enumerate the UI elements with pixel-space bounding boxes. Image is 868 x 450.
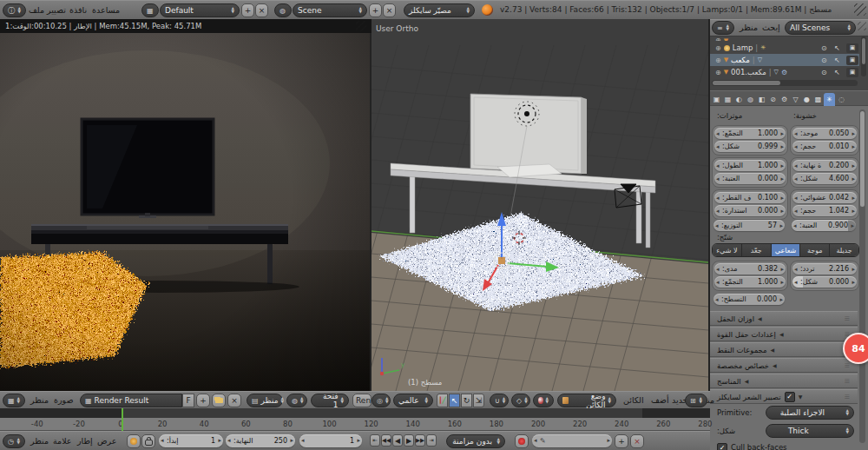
- field-size[interactable]: حجم:0.010: [792, 141, 857, 152]
- kink-option-wave[interactable]: موجة: [800, 244, 830, 256]
- timeline-band[interactable]: [0, 408, 710, 418]
- image-datablock-selector[interactable]: ▦ Render Result: [80, 394, 182, 407]
- snap-dropdown[interactable]: ∪: [490, 394, 509, 407]
- render-layer-dropdown[interactable]: ▤منظر: [247, 394, 283, 407]
- panel-grip-icon[interactable]: ☰: [845, 394, 851, 400]
- layout-delete-button[interactable]: ×: [255, 3, 268, 17]
- kink-option-braid[interactable]: جديلة: [830, 244, 858, 256]
- 3d-scene[interactable]: [372, 19, 708, 391]
- render-button-clipped[interactable]: Rend: [352, 394, 372, 407]
- scene-add-button[interactable]: +: [369, 3, 382, 17]
- mode-dropdown[interactable]: وضع الكائن: [557, 394, 616, 407]
- renderability-camera-icon[interactable]: ▣: [846, 68, 858, 77]
- kink-option-none[interactable]: لا شيء: [713, 244, 742, 256]
- window-resize-grip[interactable]: [854, 3, 866, 16]
- kink-option-radial-active[interactable]: شعاعي: [772, 244, 801, 256]
- field-random-size[interactable]: حجم:1.042: [792, 205, 857, 216]
- selectability-cursor-icon[interactable]: ↖: [834, 44, 840, 52]
- render-engine-selector[interactable]: مصيّر سايكلز: [404, 3, 475, 17]
- notification-badge[interactable]: 84: [843, 333, 868, 364]
- jump-to-end-button[interactable]: ⇥: [426, 434, 437, 447]
- panel-vertex-groups[interactable]: مجموعات النقط◀☰: [710, 342, 858, 357]
- tab-render-icon[interactable]: ▣: [711, 93, 722, 106]
- field-amplitude[interactable]: مدى:0.382: [714, 263, 786, 275]
- field-flatness[interactable]: التسطح:0.000: [713, 294, 785, 305]
- panel-grip-icon[interactable]: ☰: [845, 315, 851, 322]
- tv-panel-object[interactable]: [470, 94, 587, 177]
- expand-icon[interactable]: ⊕: [715, 36, 721, 41]
- outliner-row-cube001[interactable]: ⊕ ▼ مكعب.001 | ▽ ⚙ ⊙ ↖ ▣: [710, 66, 859, 78]
- menu-object[interactable]: الكائن: [623, 395, 644, 405]
- tab-modifiers-icon[interactable]: ⚙: [779, 93, 790, 106]
- scene-delete-button[interactable]: ×: [383, 3, 396, 17]
- hair-shape-dropdown[interactable]: Thick: [766, 424, 854, 438]
- modifier-wrench-icon[interactable]: ⚙: [781, 69, 787, 76]
- manipulator-axes-icon[interactable]: ┃╱: [437, 394, 448, 407]
- image-menu-view[interactable]: منظر: [30, 395, 49, 405]
- expand-icon[interactable]: ⊕: [715, 69, 721, 76]
- timeline-ruler[interactable]: -40-200204060801001201401601802002202402…: [0, 418, 710, 431]
- tab-data-icon[interactable]: ▽: [790, 93, 801, 106]
- tab-object-icon[interactable]: ◧: [756, 93, 767, 106]
- field-length[interactable]: الطول:1.000: [714, 160, 786, 171]
- timeline-menu-frame[interactable]: إطار: [77, 436, 93, 446]
- prev-keyframe-button[interactable]: ◀◀: [381, 434, 391, 447]
- outliner-row-cube-selected[interactable]: ⊕ ▼ مكعب |▽ ⊙ ↖ ▣: [710, 54, 859, 66]
- panel-force-field[interactable]: إعدادات حقل القوة◀☰: [710, 327, 858, 341]
- panel-field-weights[interactable]: اوزان الحقل◀☰: [710, 311, 858, 326]
- timeline-menu-playback[interactable]: عرض: [97, 436, 116, 446]
- panel-cycles-hair-rendering[interactable]: تصيير الشعر لسايكلز ▼ ☰: [710, 389, 858, 404]
- image-menu-image[interactable]: صورة: [54, 395, 74, 405]
- editor-type-3dview[interactable]: ⊞: [685, 394, 707, 407]
- properties-vscrollbar[interactable]: [859, 109, 865, 443]
- expand-icon[interactable]: ⊕: [715, 44, 721, 52]
- tab-world-icon[interactable]: ◍: [745, 93, 756, 106]
- tab-physics-icon[interactable]: ◌: [836, 93, 847, 106]
- visibility-eye-icon[interactable]: ⊙: [821, 56, 827, 64]
- proportional-edit-dropdown[interactable]: ◎: [372, 394, 391, 407]
- tab-scene-icon[interactable]: ◐: [733, 93, 745, 106]
- field-random[interactable]: عشوائي:0.042: [792, 192, 857, 203]
- current-frame-field[interactable]: 1: [299, 434, 362, 447]
- outliner-menu-search[interactable]: إبحث: [762, 23, 780, 32]
- field-roundness[interactable]: استدارة:0.000: [714, 205, 786, 216]
- scene-selector[interactable]: Scene: [293, 3, 367, 17]
- tab-texture-icon[interactable]: ▩: [812, 93, 824, 106]
- frame-start-field[interactable]: إبدأ:1: [159, 434, 223, 447]
- tab-constraints-icon[interactable]: ⊘: [767, 93, 779, 106]
- manipulator-scale-button[interactable]: ⇲: [473, 394, 484, 407]
- panel-grip-icon[interactable]: ☰: [845, 378, 851, 385]
- editor-type-image[interactable]: ▦: [3, 394, 25, 407]
- area-corner-grip[interactable]: [858, 22, 866, 30]
- field-kink-clump[interactable]: التجمّع:1.000: [714, 276, 786, 288]
- manipulator-rotate-button[interactable]: ↻: [461, 394, 472, 407]
- fake-user-button[interactable]: F: [182, 394, 194, 407]
- layout-icon-dropdown[interactable]: ▦: [141, 3, 159, 17]
- panel-textures[interactable]: المناسج◀☰: [710, 374, 858, 388]
- mesh-data-icon[interactable]: ▽: [774, 69, 779, 76]
- lamp-data-icon[interactable]: ✳: [760, 44, 766, 51]
- cycles-hair-checkbox[interactable]: [785, 392, 795, 402]
- lock-button[interactable]: [141, 434, 155, 448]
- render-pass-dropdown[interactable]: ◍: [286, 394, 307, 407]
- editor-type-timeline[interactable]: ◷: [3, 434, 25, 448]
- outliner-menu-view[interactable]: منظر: [740, 23, 758, 32]
- field-frequency[interactable]: تردد:2.216: [792, 263, 857, 275]
- field-clump-shape[interactable]: شكل:0.999: [714, 141, 786, 152]
- insert-keyframe-button[interactable]: +: [615, 434, 628, 448]
- render-slot-dropdown[interactable]: فتحة 1: [311, 394, 349, 407]
- scrollbar-thumb[interactable]: [862, 38, 865, 64]
- scrollbar-thumb[interactable]: [713, 81, 780, 85]
- renderability-camera-icon[interactable]: ▣: [846, 56, 858, 65]
- manipulator-translate-button-active[interactable]: ↖: [449, 394, 460, 407]
- slider-threshold[interactable]: العتبة:0.900: [792, 220, 856, 231]
- open-image-button[interactable]: [212, 394, 226, 407]
- panel-grip-icon[interactable]: ☰: [845, 362, 851, 369]
- field-clump[interactable]: التجمّع:1.000: [714, 128, 786, 139]
- menu-file[interactable]: ملف: [29, 5, 44, 15]
- keying-set-field[interactable]: ✎: [532, 434, 612, 447]
- field-uniform[interactable]: موحد:0.050: [792, 128, 857, 139]
- field-radius[interactable]: ف القطر:0.100: [714, 192, 786, 203]
- menu-add[interactable]: أضف: [651, 395, 669, 405]
- outliner-vscrollbar[interactable]: [861, 36, 866, 76]
